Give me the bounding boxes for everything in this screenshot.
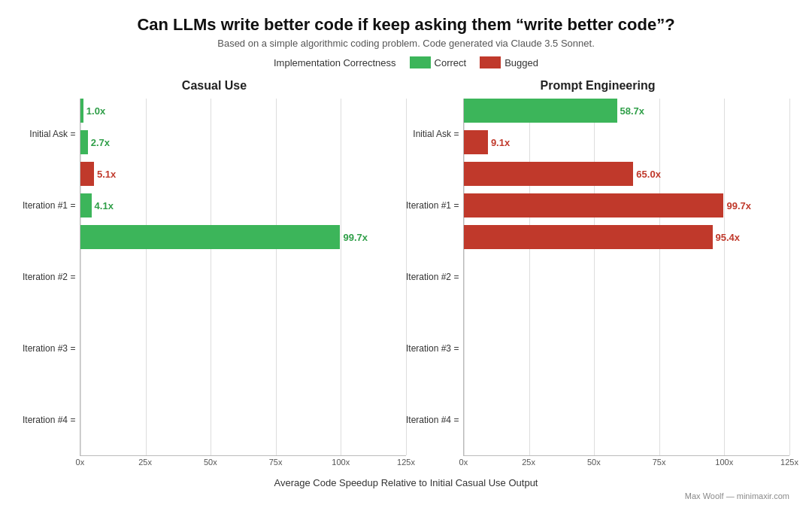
- bar-row: 99.7x: [80, 225, 406, 249]
- x-axis-label: 50x: [204, 458, 217, 467]
- bar-value: 5.1x: [97, 169, 116, 180]
- y-label: Iteration #1 =: [406, 193, 459, 217]
- x-axis-label: 75x: [653, 458, 666, 467]
- x-axis-label: 25x: [138, 458, 152, 467]
- bar-green: [464, 99, 617, 123]
- bar-value: 58.7x: [620, 105, 645, 117]
- main-title: Can LLMs write better code if keep askin…: [137, 15, 674, 35]
- bar-row: 9.1x: [464, 130, 789, 154]
- bar-row: 2.7x: [80, 130, 406, 154]
- bar-row: 95.4x: [464, 225, 789, 249]
- legend-correct-label: Correct: [435, 57, 467, 68]
- x-axis-label: 100x: [715, 458, 733, 467]
- prompt-eng-bars-container: 58.7x9.1x65.0x99.7x95.4x: [463, 99, 789, 456]
- bar-green: [80, 193, 91, 217]
- y-label: Initial Ask =: [29, 122, 75, 146]
- y-label: Iteration #3 =: [406, 336, 459, 360]
- x-axis-label: 125x: [397, 458, 415, 467]
- bar-value: 9.1x: [491, 137, 510, 148]
- legend-bugged-box: [480, 56, 501, 68]
- grid-line: [406, 99, 407, 455]
- prompt-eng-title: Prompt Engineering: [541, 79, 656, 93]
- footer-label: Average Code Speedup Relative to Initial…: [274, 477, 538, 488]
- bar-red: [464, 225, 712, 249]
- bar-green: [80, 99, 83, 123]
- casual-use-title: Casual Use: [182, 79, 247, 93]
- charts-row: Casual Use Initial Ask =Iteration #1 =It…: [23, 79, 789, 473]
- bar-value: 65.0x: [636, 169, 661, 180]
- casual-use-y-labels: Initial Ask =Iteration #1 =Iteration #2 …: [23, 99, 80, 473]
- bar-row: 58.7x: [464, 99, 789, 123]
- bar-red: [464, 162, 633, 186]
- bar-green: [80, 225, 340, 249]
- bar-row: 1.0x: [80, 99, 406, 123]
- grid-line: [789, 99, 790, 455]
- x-axis-label: 100x: [332, 458, 350, 467]
- y-label: Iteration #2 =: [23, 265, 75, 289]
- casual-use-section: Casual Use Initial Ask =Iteration #1 =It…: [23, 79, 406, 473]
- casual-use-chart-area: Initial Ask =Iteration #1 =Iteration #2 …: [23, 99, 406, 473]
- prompt-eng-bars-wrapper: 58.7x9.1x65.0x99.7x95.4x 0x25x50x75x100x…: [463, 99, 789, 473]
- x-axis-label: 50x: [587, 458, 601, 467]
- y-label: Iteration #2 =: [406, 265, 459, 289]
- bar-value: 95.4x: [716, 232, 741, 243]
- bar-red: [464, 193, 723, 217]
- bar-row: 65.0x: [464, 162, 789, 186]
- bar-value: 1.0x: [86, 105, 105, 117]
- y-label: Iteration #1 =: [23, 193, 75, 217]
- prompt-eng-x-axis: 0x25x50x75x100x125x: [463, 456, 789, 473]
- x-axis-label: 75x: [269, 458, 283, 467]
- legend-bugged-item: Bugged: [480, 56, 538, 68]
- bar-value: 4.1x: [95, 200, 114, 211]
- x-axis-label: 0x: [459, 458, 468, 467]
- x-axis-label: 0x: [76, 458, 85, 467]
- bar-red: [464, 130, 487, 154]
- bar-value: 2.7x: [91, 137, 110, 148]
- prompt-eng-section: Prompt Engineering Initial Ask =Iteratio…: [406, 79, 789, 473]
- bar-row: 5.1x: [80, 162, 406, 186]
- casual-use-bars-container: 1.0x2.7x5.1x4.1x99.7x: [80, 99, 406, 456]
- x-axis-label: 125x: [780, 458, 798, 467]
- bar-value: 99.7x: [343, 232, 368, 243]
- bar-row: 99.7x: [464, 193, 789, 217]
- legend-correct-item: Correct: [410, 56, 467, 68]
- subtitle: Based on a simple algorithmic coding pro…: [217, 38, 595, 49]
- bar-row: 4.1x: [80, 193, 406, 217]
- legend-bugged-label: Bugged: [504, 57, 538, 68]
- x-axis-label: 25x: [522, 458, 535, 467]
- legend: Implementation Correctness Correct Bugge…: [274, 56, 538, 68]
- attribution: Max Woolf — minimaxir.com: [23, 491, 789, 500]
- y-label: Iteration #3 =: [23, 336, 75, 360]
- y-label: Initial Ask =: [413, 122, 459, 146]
- bar-value: 99.7x: [726, 200, 751, 211]
- casual-use-x-axis: 0x25x50x75x100x125x: [80, 456, 406, 473]
- casual-use-bars-wrapper: 1.0x2.7x5.1x4.1x99.7x 0x25x50x75x100x125…: [80, 99, 406, 473]
- prompt-eng-y-labels: Initial Ask =Iteration #1 =Iteration #2 …: [406, 99, 463, 473]
- bar-green: [80, 130, 87, 154]
- y-label: Iteration #4 =: [23, 408, 75, 432]
- bar-red: [80, 162, 94, 186]
- legend-label: Implementation Correctness: [274, 57, 396, 68]
- prompt-eng-chart-area: Initial Ask =Iteration #1 =Iteration #2 …: [406, 99, 789, 473]
- y-label: Iteration #4 =: [406, 408, 459, 432]
- legend-correct-box: [410, 56, 431, 68]
